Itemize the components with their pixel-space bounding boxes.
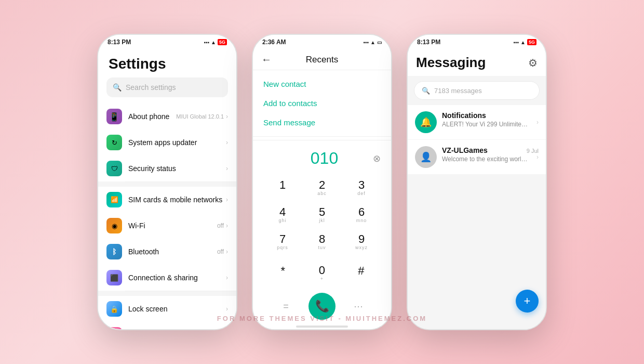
new-contact-option[interactable]: New contact bbox=[253, 74, 391, 94]
messaging-content: Messaging ⚙ 🔍 7183 messages 🔔 Notificati… bbox=[408, 49, 546, 329]
wifi-settings-icon: ◉ bbox=[106, 218, 122, 233]
dial-hash[interactable]: # bbox=[342, 265, 381, 282]
settings-title: Settings bbox=[98, 49, 236, 77]
status-time-1: 8:13 PM bbox=[108, 38, 131, 46]
key-letters-9: wxyz bbox=[355, 245, 368, 251]
dialer-phone: 2:36 AM ▪▪▪ ▲ ▭ ← Recents New contact Ad… bbox=[252, 34, 392, 330]
messaging-search-placeholder: 7183 messages bbox=[434, 87, 482, 95]
add-contacts-option[interactable]: Add to contacts bbox=[253, 94, 391, 113]
dial-key-8[interactable]: 8 tuv bbox=[303, 229, 341, 255]
wifi-label: Wi-Fi bbox=[128, 222, 217, 230]
dial-key-1[interactable]: 1 bbox=[263, 175, 302, 201]
dial-key-6[interactable]: 6 mno bbox=[342, 202, 381, 228]
settings-phone: 8:13 PM ▪▪▪ ▲ 5G Settings 🔍 Search setti… bbox=[97, 34, 237, 330]
system-label: System apps updater bbox=[128, 138, 226, 147]
compose-fab[interactable]: + bbox=[516, 290, 539, 313]
watermark: FOR MORE THEMES VISIT - MIUITHEMEZ.COM bbox=[217, 315, 427, 322]
dial-key-7[interactable]: 7 pqrs bbox=[263, 229, 302, 255]
settings-item-security[interactable]: 🛡 Security status › bbox=[98, 155, 236, 181]
key-num-7: 7 bbox=[279, 233, 286, 245]
dialer-section: 010 ⊗ 1 2 abc 3 def bbox=[253, 137, 391, 324]
key-num-2: 2 bbox=[319, 179, 325, 191]
messaging-search-bar[interactable]: 🔍 7183 messages bbox=[414, 81, 540, 100]
message-chevron: › bbox=[536, 119, 539, 126]
dialer-title: Recents bbox=[276, 55, 383, 65]
settings-item-system[interactable]: ↻ System apps updater › bbox=[98, 129, 236, 155]
dial-key-3[interactable]: 3 def bbox=[342, 175, 381, 201]
settings-content: Settings 🔍 Search settings 📱 About phone… bbox=[98, 49, 236, 329]
message-item-notifications[interactable]: 🔔 Notifications ALERT! Your Vi 299 Unlim… bbox=[408, 105, 546, 139]
dial-key-9[interactable]: 9 wxyz bbox=[342, 229, 381, 255]
key-num-5: 5 bbox=[319, 206, 325, 218]
dial-key-4[interactable]: 4 ghi bbox=[263, 202, 302, 228]
chevron-icon: › bbox=[226, 274, 228, 281]
about-sub: MIUI Global 12.0.1 bbox=[176, 113, 224, 120]
back-button[interactable]: ← bbox=[261, 54, 272, 66]
recents-options: New contact Add to contacts Send message bbox=[253, 70, 391, 137]
wifi-icon: ▲ bbox=[211, 40, 216, 45]
key-num-1: 1 bbox=[279, 179, 286, 191]
notifications-avatar: 🔔 bbox=[415, 111, 437, 133]
key-num-3: 3 bbox=[358, 179, 365, 191]
dial-star[interactable]: * bbox=[263, 265, 302, 282]
dial-key-5[interactable]: 5 jkl bbox=[303, 202, 341, 228]
about-label: About phone bbox=[128, 112, 176, 121]
battery-icon3: 5G bbox=[527, 39, 536, 45]
chevron-icon: › bbox=[226, 113, 228, 120]
dialed-number: 010 bbox=[276, 149, 373, 168]
security-icon: 🛡 bbox=[106, 161, 122, 176]
equals-key[interactable]: = bbox=[263, 301, 308, 312]
vzulgames-avatar-icon: 👤 bbox=[420, 151, 432, 163]
status-bar-1: 8:13 PM ▪▪▪ ▲ 5G bbox=[98, 35, 236, 49]
signal-icon: ▪▪▪ bbox=[204, 40, 209, 45]
dots-key[interactable]: ⋯ bbox=[336, 301, 381, 312]
bluetooth-icon: ᛒ bbox=[106, 244, 122, 259]
lock-icon: 🔒 bbox=[106, 301, 122, 317]
messaging-phone: 8:13 PM ▪▪▪ ▲ 5G Messaging ⚙ 🔍 7183 mess… bbox=[407, 34, 547, 330]
message-list: 🔔 Notifications ALERT! Your Vi 299 Unlim… bbox=[408, 105, 546, 175]
battery-icon2: ▭ bbox=[377, 40, 382, 45]
settings-item-bluetooth[interactable]: ᛒ Bluetooth off › bbox=[98, 239, 236, 265]
dial-key-2[interactable]: 2 abc bbox=[303, 175, 341, 201]
key-letters-7: pqrs bbox=[277, 245, 288, 251]
system-icon: ↻ bbox=[106, 135, 122, 150]
messaging-header: Messaging ⚙ bbox=[408, 49, 546, 76]
messaging-search-icon: 🔍 bbox=[422, 87, 430, 95]
chevron-icon: › bbox=[226, 196, 228, 203]
dial-zero[interactable]: 0 + bbox=[302, 261, 341, 287]
wifi-sub: off bbox=[217, 222, 224, 229]
settings-search-bar[interactable]: 🔍 Search settings bbox=[106, 77, 228, 97]
chevron-icon: › bbox=[226, 222, 228, 229]
settings-item-sim[interactable]: 📶 SIM cards & mobile networks › bbox=[98, 187, 236, 213]
battery-icon: 5G bbox=[218, 39, 227, 45]
key-num-8: 8 bbox=[319, 233, 325, 245]
settings-item-about[interactable]: 📱 About phone MIUI Global 12.0.1 › bbox=[98, 103, 236, 129]
about-icon: 📱 bbox=[106, 109, 122, 124]
search-icon: 🔍 bbox=[113, 83, 122, 92]
signal-icon2: ▪▪▪ bbox=[363, 40, 369, 45]
settings-list: 📱 About phone MIUI Global 12.0.1 › ↻ Sys… bbox=[98, 103, 236, 329]
vzulgames-avatar: 👤 bbox=[415, 146, 437, 168]
key-letters-5: jkl bbox=[319, 218, 325, 224]
dialpad: 1 2 abc 3 def 4 ghi bbox=[253, 173, 391, 257]
status-time-3: 8:13 PM bbox=[417, 38, 440, 46]
settings-item-lock[interactable]: 🔒 Lock screen › bbox=[98, 296, 236, 322]
status-icons-3: ▪▪▪ ▲ 5G bbox=[513, 39, 536, 45]
home-bar-2 bbox=[296, 326, 348, 328]
settings-item-display[interactable]: ☀ Display › bbox=[98, 322, 236, 329]
chevron-icon: › bbox=[226, 165, 228, 172]
settings-item-connection[interactable]: ⬛ Connection & sharing › bbox=[98, 265, 236, 291]
settings-item-wifi[interactable]: ◉ Wi-Fi off › bbox=[98, 213, 236, 239]
connection-icon: ⬛ bbox=[106, 270, 122, 285]
delete-button[interactable]: ⊗ bbox=[373, 153, 381, 164]
status-time-2: 2:36 AM bbox=[262, 38, 286, 46]
home-indicator-2 bbox=[253, 324, 391, 329]
gear-button[interactable]: ⚙ bbox=[528, 57, 538, 69]
status-bar-2: 2:36 AM ▪▪▪ ▲ ▭ bbox=[253, 35, 391, 49]
divider-1 bbox=[98, 181, 236, 187]
message-item-vzulgames[interactable]: 👤 VZ-ULGames 9 Jul Welcome to the exciti… bbox=[408, 140, 546, 174]
status-bar-3: 8:13 PM ▪▪▪ ▲ 5G bbox=[408, 35, 546, 49]
send-message-option[interactable]: Send message bbox=[253, 113, 391, 132]
key-num-4: 4 bbox=[279, 206, 286, 218]
dialer-bottom: * 0 + # bbox=[253, 257, 391, 292]
